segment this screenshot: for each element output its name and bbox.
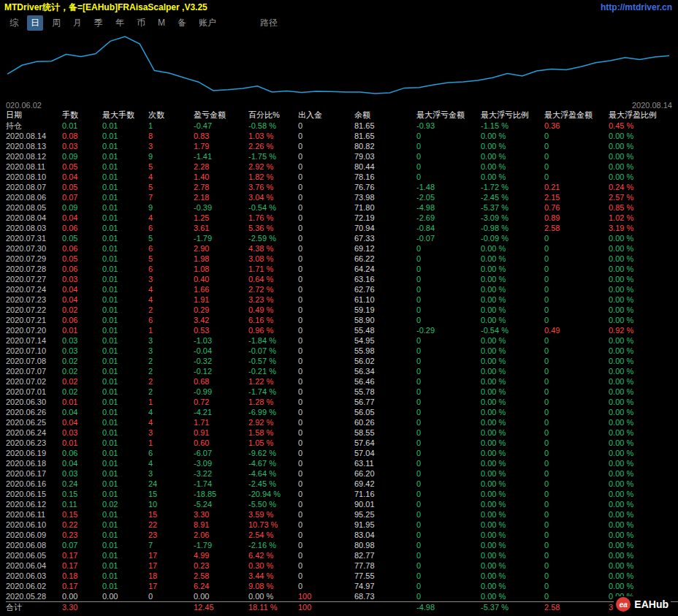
table-row[interactable]: 2020.06.080.070.017-1.79-2.16 %080.9800.… (6, 540, 678, 550)
table-row[interactable]: 2020.06.030.180.01182.583.44 %077.5500.0… (6, 571, 678, 581)
cell-max-float-profit: 0 (544, 520, 609, 530)
cell-max-float-loss-pct: 0.00 % (481, 407, 544, 417)
cell-balance: 71.16 (354, 489, 416, 499)
header-row[interactable]: 日期手数最大手数次数盈亏金额百分比%出入金余额最大浮亏金额最大浮亏比例最大浮盈金… (6, 110, 678, 121)
table-row[interactable]: 2020.06.160.240.0124-1.74-2.45 %069.4200… (6, 479, 678, 489)
table-row[interactable]: 2020.07.100.030.013-0.04-0.07 %055.9800.… (6, 346, 678, 356)
table-row[interactable]: 2020.06.150.150.0115-18.85-20.94 %071.16… (6, 489, 678, 499)
table-row[interactable]: 2020.07.020.020.0120.681.22 %056.4600.00… (6, 376, 678, 387)
menu-item-7[interactable]: 币 (133, 15, 149, 31)
table-row[interactable]: 2020.07.310.050.015-1.79-2.59 %067.33-0.… (6, 233, 678, 243)
table-row[interactable]: 2020.06.260.040.014-4.21-6.99 %056.0500.… (6, 407, 678, 417)
table-row[interactable]: 2020.08.070.050.0152.783.76 %076.76-1.48… (6, 182, 678, 192)
table-row[interactable]: 2020.06.090.230.01232.062.54 %083.0400.0… (6, 530, 678, 540)
menu-item-4[interactable]: 月 (69, 15, 85, 31)
menu-item-3[interactable]: 周 (48, 15, 64, 31)
table-row[interactable]: 2020.08.110.050.0152.282.92 %080.4400.00… (6, 161, 678, 172)
menu-item-9[interactable]: 备 (174, 15, 190, 31)
cell-count: 4 (148, 284, 194, 294)
cell-deposit: 0 (298, 192, 354, 202)
table-row[interactable]: 2020.08.040.040.0141.251.76 %072.19-2.69… (6, 213, 678, 223)
table-row[interactable]: 持仓0.010.011-0.47-0.58 %081.65-0.93-1.15 … (6, 121, 678, 131)
table-row[interactable]: 2020.08.030.060.0163.615.36 %070.94-0.84… (6, 223, 678, 233)
cell-max-float-profit-pct: 0.24 % (609, 182, 673, 192)
table-row[interactable]: 2020.08.060.070.0172.183.04 %073.98-2.05… (6, 192, 678, 202)
cell-max-lots: 0.01 (102, 427, 148, 438)
table-row[interactable]: 2020.07.230.040.0141.913.23 %061.1000.00… (6, 294, 678, 305)
mtdriver-link[interactable]: http://mtdriver.cn (601, 2, 672, 12)
cell-percent: -0.57 % (248, 356, 298, 366)
cell-balance: 57.64 (354, 438, 416, 448)
cell-max-float-profit-pct: 0.00 % (609, 540, 673, 550)
table-row[interactable]: 2020.07.300.060.0162.904.38 %069.1200.00… (6, 243, 678, 254)
table-row[interactable]: 2020.07.280.060.0161.081.71 %064.2400.00… (6, 264, 678, 274)
table-row[interactable]: 2020.06.190.060.016-6.07-9.62 %057.0400.… (6, 448, 678, 458)
cell-max-float-profit-pct: 0.00 % (609, 376, 673, 387)
table-row[interactable]: 2020.06.250.040.0141.712.92 %060.2600.00… (6, 417, 678, 427)
table-row[interactable]: 2020.08.130.030.0131.792.26 %080.8200.00… (6, 141, 678, 151)
cell-profit: -0.12 (194, 366, 248, 376)
cell-lots: 0.06 (62, 223, 102, 233)
total-row[interactable]: 合计3.3012.4518.11 %100-4.98-5.37 %2.583.1… (6, 601, 678, 613)
table-row[interactable]: 2020.06.170.030.013-3.22-4.64 %066.2000.… (6, 468, 678, 479)
table-row[interactable]: 2020.07.140.030.013-1.03-1.84 %054.9500.… (6, 335, 678, 346)
table-row[interactable]: 2020.06.020.170.01176.249.08 %074.9700.0… (6, 581, 678, 591)
menu-item-1[interactable]: 综 (6, 15, 22, 31)
table-row[interactable]: 2020.07.080.020.012-0.32-0.57 %056.0200.… (6, 356, 678, 366)
table-row[interactable]: 2020.06.240.030.0130.911.58 %058.5500.00… (6, 427, 678, 438)
cell-max-float-profit-pct: 2.57 % (609, 192, 673, 202)
cell-profit: 0.29 (194, 305, 248, 315)
table-row[interactable]: 2020.07.070.020.012-0.12-0.21 %056.3400.… (6, 366, 678, 376)
cell-max-float-profit-pct: 0.00 % (609, 499, 673, 509)
cell-max-float-profit: 0 (544, 335, 609, 346)
cell-date: 2020.06.12 (6, 499, 62, 509)
chart-end-date: 2020.08.14 (632, 101, 672, 110)
table-row[interactable]: 2020.06.230.010.0110.601.05 %057.6400.00… (6, 438, 678, 448)
cell-max-lots: 0.01 (102, 172, 148, 182)
table-row[interactable]: 2020.06.180.040.014-3.09-4.67 %063.1100.… (6, 458, 678, 468)
eahub-icon: ea (616, 597, 631, 612)
menu-item-5[interactable]: 季 (91, 15, 107, 31)
table-row[interactable]: 2020.07.210.060.0163.426.16 %058.9000.00… (6, 315, 678, 325)
table-row[interactable]: 2020.07.270.030.0130.400.64 %063.1600.00… (6, 274, 678, 284)
table-row[interactable]: 2020.07.240.040.0141.662.72 %062.7600.00… (6, 284, 678, 294)
table-row[interactable]: 2020.07.010.020.012-0.99-1.74 %055.7800.… (6, 387, 678, 397)
cell-count: 6 (148, 243, 194, 254)
menu-item-10[interactable]: 账户 (195, 15, 220, 31)
cell-max-float-loss: 0 (416, 560, 481, 571)
table-row[interactable]: 2020.08.100.040.0141.401.82 %078.1600.00… (6, 172, 678, 182)
cell-profit: 1.91 (194, 294, 248, 305)
table-row[interactable]: 2020.05.280.000.0000.000.00 %10068.7300.… (6, 591, 678, 601)
cell-balance: 54.95 (354, 335, 416, 346)
cell-profit: -4.21 (194, 407, 248, 417)
menu-item-6[interactable]: 年 (112, 15, 128, 31)
table-row[interactable]: 2020.07.220.020.0120.290.49 %059.1900.00… (6, 305, 678, 315)
cell-max-lots: 0.01 (102, 356, 148, 366)
table-row[interactable]: 2020.08.050.090.019-0.39-0.54 %071.80-4.… (6, 202, 678, 213)
menu-item-8[interactable]: M (154, 16, 169, 29)
cell-max-lots: 0.01 (102, 560, 148, 571)
cell-count: 23 (148, 530, 194, 540)
table-row[interactable]: 2020.08.120.090.019-1.41-1.75 %079.0300.… (6, 151, 678, 161)
table-row[interactable]: 2020.07.290.050.0151.983.08 %066.2200.00… (6, 254, 678, 264)
table-row[interactable]: 2020.06.120.110.0210-5.24-5.50 %090.0100… (6, 499, 678, 509)
cell-max-lots: 0.01 (102, 325, 148, 335)
cell-deposit: 0 (298, 284, 354, 294)
table-row[interactable]: 2020.06.100.220.01228.9110.73 %091.9500.… (6, 520, 678, 530)
table-row[interactable]: 2020.07.200.010.0110.530.96 %055.48-0.29… (6, 325, 678, 335)
menu-item-2[interactable]: 日 (27, 15, 43, 31)
cell-max-float-loss-pct: 0.00 % (481, 540, 544, 550)
cell-lots: 0.23 (62, 530, 102, 540)
table-row[interactable]: 2020.08.140.080.0180.831.03 %081.6500.00… (6, 131, 678, 141)
cell-max-float-profit-pct: 0.45 % (609, 121, 673, 131)
table-row[interactable]: 2020.06.110.150.01153.303.59 %095.2500.0… (6, 509, 678, 520)
cell-deposit: 0 (298, 356, 354, 366)
table-row[interactable]: 2020.06.300.010.0110.721.28 %056.7700.00… (6, 397, 678, 407)
cell-max-float-loss: 0 (416, 141, 481, 151)
cell-deposit: 0 (298, 305, 354, 315)
table-row[interactable]: 2020.06.050.170.01174.996.42 %082.7700.0… (6, 550, 678, 560)
table-row[interactable]: 2020.06.040.170.01170.230.30 %077.7800.0… (6, 560, 678, 571)
cell-lots: 0.11 (62, 499, 102, 509)
cell-deposit: 0 (298, 479, 354, 489)
menu-item-path[interactable]: 路径 (260, 17, 278, 29)
